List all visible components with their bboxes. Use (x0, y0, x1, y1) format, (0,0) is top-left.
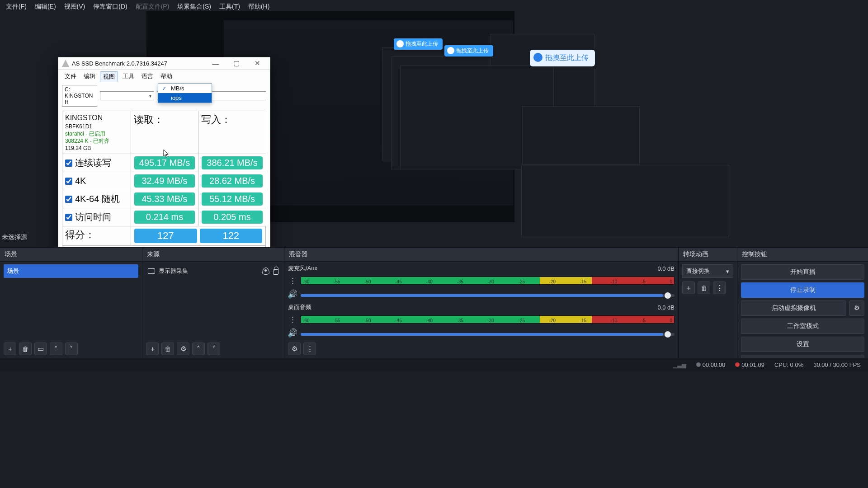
row-access: 访问时间 (62, 208, 131, 226)
transition-dropdown[interactable]: 直接切换▾ (682, 264, 733, 278)
menu-view[interactable]: 视图 (100, 71, 118, 82)
remove-transition-button[interactable]: 🗑 (698, 282, 710, 294)
drive-dropdown[interactable]: C: KINGSTON R (62, 85, 97, 107)
scene-item[interactable]: 场景 (4, 264, 138, 278)
menu-edit[interactable]: 编辑(E) (32, 1, 59, 12)
mixer-settings-button[interactable]: ⚙ (288, 343, 301, 355)
upload-pill-mini: 拖拽至此上传 (394, 38, 443, 50)
lock-icon[interactable] (273, 269, 278, 275)
cursor-icon (163, 150, 170, 158)
virtual-cam-button[interactable]: 启动虚拟摄像机 (741, 300, 846, 316)
add-scene-button[interactable]: ＋ (4, 343, 16, 355)
menu-edit[interactable]: 编辑 (81, 71, 98, 82)
recursive-window (522, 106, 640, 165)
seq-read: 495.17 MB/s (134, 156, 195, 169)
app-menubar: 文件 编辑 视图 工具 语言 帮助 (58, 70, 270, 84)
status-bar: ▁▃▅ 00:00:00 00:01:09 CPU: 0.0% 30.00 / … (0, 358, 868, 371)
close-button[interactable]: ✕ (248, 59, 266, 67)
chevron-down-icon: ▾ (726, 268, 729, 275)
vu-meter: -60-55-50-45-40-35-30-25-20-15-10-50 (301, 315, 675, 324)
mixer-channel-mic: 麦克风/Aux0.0 dB ⋮ -60-55-50-45-40-35-30-25… (288, 264, 675, 299)
menu-file[interactable]: 文件(F) (3, 1, 30, 12)
stop-recording-button[interactable]: 停止录制 (741, 282, 864, 298)
seq-write: 386.21 MB/s (202, 156, 263, 169)
window-titlebar[interactable]: AS SSD Benchmark 2.0.7316.34247 — ▢ ✕ (58, 57, 270, 70)
panel-header-controls: 控制按钮 (737, 248, 868, 262)
scene-down-button[interactable]: ˅ (65, 343, 78, 355)
window-title: AS SSD Benchmark 2.0.7316.34247 (72, 60, 167, 67)
menu-lang[interactable]: 语言 (139, 71, 156, 82)
mute-icon[interactable]: 🔊 (288, 290, 297, 299)
virtual-cam-settings-button[interactable]: ⚙ (849, 300, 864, 316)
source-down-button[interactable]: ˅ (208, 343, 220, 355)
unit-dropdown[interactable]: ▾ (100, 91, 154, 100)
header-read: 读取： (131, 111, 198, 154)
source-up-button[interactable]: ˄ (192, 343, 205, 355)
header-write: 写入： (198, 111, 266, 154)
app-icon (62, 60, 69, 67)
channel-name: 桌面音频 (288, 303, 311, 311)
row-4k: 4K (62, 172, 131, 190)
4k64-read: 45.33 MB/s (134, 192, 195, 206)
upload-drop-pill[interactable]: 拖拽至此上传 (530, 50, 595, 66)
view-submenu-mbs[interactable]: MB/s (158, 84, 212, 93)
remove-source-button[interactable]: 🗑 (161, 343, 174, 355)
remove-scene-button[interactable]: 🗑 (19, 343, 32, 355)
mute-icon[interactable]: 🔊 (288, 328, 297, 338)
volume-slider[interactable] (301, 333, 675, 336)
menu-help[interactable]: 帮助 (158, 71, 175, 82)
visibility-icon[interactable] (262, 267, 269, 275)
access-write: 0.205 ms (202, 211, 263, 224)
transition-menu-button[interactable]: ⋮ (713, 282, 726, 294)
panel-header-mixer: 混音器 (284, 248, 678, 262)
exit-button[interactable]: 退出 (741, 355, 864, 358)
channel-db: 0.0 dB (657, 265, 675, 272)
4k64-write: 55.12 MB/s (202, 192, 263, 206)
view-submenu: MB/s iops (158, 83, 212, 103)
menu-tools[interactable]: 工具 (120, 71, 137, 82)
4k-checkbox[interactable] (65, 178, 72, 185)
drive-info: KINGSTON SBFK61D1 storahci - 已启用 308224 … (62, 111, 131, 154)
settings-button[interactable]: 设置 (741, 337, 864, 352)
network-icon: ▁▃▅ (673, 361, 686, 368)
menu-file[interactable]: 文件 (62, 71, 79, 82)
4k64-checkbox[interactable] (65, 196, 72, 203)
row-seq: 连续读写 (62, 154, 131, 172)
studio-mode-button[interactable]: 工作室模式 (741, 319, 864, 334)
start-streaming-button[interactable]: 开始直播 (741, 264, 864, 280)
access-read: 0.214 ms (134, 211, 195, 224)
source-item[interactable]: 显示器采集 (146, 264, 280, 278)
menu-dock[interactable]: 停靠窗口(D) (90, 1, 130, 12)
fps: 30.00 / 30.00 FPS (813, 361, 861, 368)
menu-view[interactable]: 视图(V) (61, 1, 89, 12)
stream-time: 00:00:00 (703, 361, 726, 368)
4k-write: 28.62 MB/s (202, 174, 263, 188)
chevron-down-icon: ▾ (149, 94, 151, 99)
scene-up-button[interactable]: ˄ (50, 343, 62, 355)
drive-dropdown-value: C: KINGSTON R (65, 86, 94, 105)
seq-checkbox[interactable] (65, 160, 72, 167)
toolbar-row: C: KINGSTON R ▾ 1 GB▾ MB/s iops (58, 84, 270, 108)
mixer-menu-button[interactable]: ⋮ (303, 343, 316, 355)
add-transition-button[interactable]: ＋ (682, 282, 695, 294)
add-source-button[interactable]: ＋ (146, 343, 159, 355)
minimize-button[interactable]: — (207, 60, 225, 67)
panel-header-sources: 来源 (142, 248, 284, 262)
channel-db: 0.0 dB (657, 304, 675, 311)
no-source-label: 未选择源 (2, 233, 27, 241)
upload-pill-mini: 拖拽至此上传 (444, 45, 493, 56)
view-submenu-iops[interactable]: iops (158, 93, 212, 103)
recursive-window (521, 165, 729, 237)
unit-dropdown-value (103, 93, 104, 99)
panel-header-transitions: 转场动画 (679, 248, 737, 262)
channel-menu-button[interactable]: ⋮ (288, 312, 297, 327)
scene-filter-button[interactable]: ▭ (34, 343, 47, 355)
source-properties-button[interactable]: ⚙ (177, 343, 189, 355)
channel-menu-button[interactable]: ⋮ (288, 273, 297, 288)
volume-slider[interactable] (301, 294, 675, 297)
score-read: 127 (134, 229, 197, 243)
access-checkbox[interactable] (65, 214, 72, 221)
maximize-button[interactable]: ▢ (227, 59, 245, 67)
row-4k64: 4K-64 随机 (62, 190, 131, 208)
source-label: 显示器采集 (159, 267, 188, 275)
